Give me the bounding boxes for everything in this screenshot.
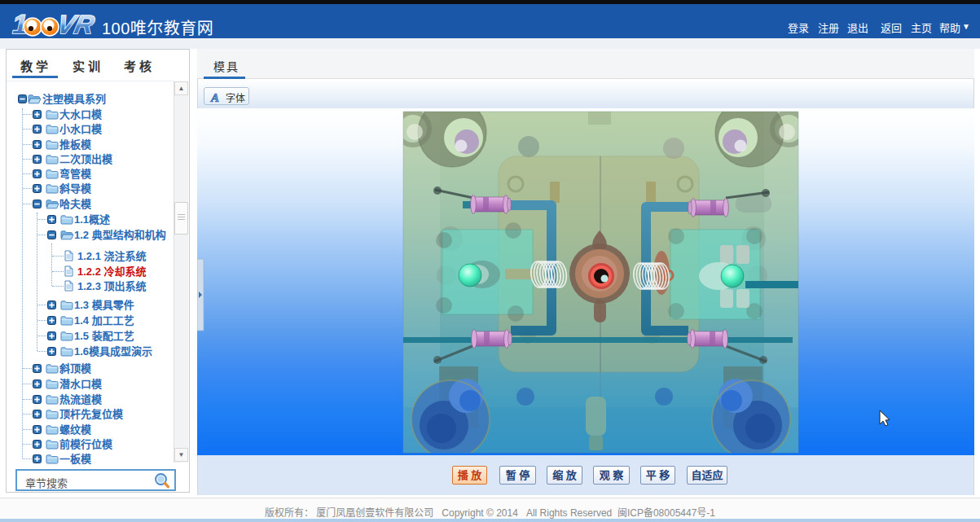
svg-text:VR: VR — [55, 10, 98, 39]
svg-text:A: A — [210, 91, 219, 104]
